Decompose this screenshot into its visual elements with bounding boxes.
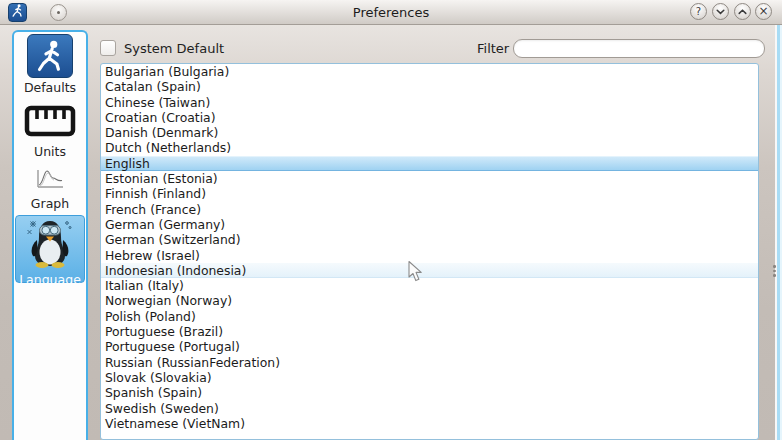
ruler-icon — [24, 104, 76, 142]
sidebar-item-units[interactable]: Units — [15, 104, 85, 159]
sidebar-item-language[interactable]: Language — [15, 215, 85, 283]
graph-icon — [34, 166, 66, 194]
sidebar-item-graph[interactable]: Graph — [15, 166, 85, 211]
window-edge-strip — [775, 25, 782, 440]
language-row[interactable]: Estonian (Estonia) — [101, 171, 758, 186]
titlebar[interactable]: Preferences ? × — [0, 0, 782, 25]
chevron-down-icon — [716, 4, 725, 19]
splitter-grip-icon[interactable] — [773, 265, 776, 277]
language-row[interactable]: Finnish (Finland) — [101, 186, 758, 201]
language-row[interactable]: Chinese (Taiwan) — [101, 95, 758, 110]
sidebar-item-defaults[interactable]: Defaults — [15, 34, 85, 95]
language-row[interactable]: Catalan (Spain) — [101, 79, 758, 94]
language-row[interactable]: Slovak (Slovakia) — [101, 370, 758, 385]
language-row[interactable]: French (France) — [101, 202, 758, 217]
preferences-window: Preferences ? × Defaults — [0, 0, 782, 440]
language-row[interactable]: Portuguese (Brazil) — [101, 324, 758, 339]
language-row[interactable]: Indonesian (Indonesia) — [101, 263, 758, 278]
language-row[interactable]: Swedish (Sweden) — [101, 401, 758, 416]
language-row[interactable]: Polish (Poland) — [101, 309, 758, 324]
question-icon: ? — [696, 4, 701, 19]
language-row[interactable]: Norwegian (Norway) — [101, 293, 758, 308]
penguin-icon — [25, 216, 75, 272]
language-row[interactable]: Hebrew (Israel) — [101, 248, 758, 263]
filter-label: Filter — [477, 41, 509, 56]
language-row[interactable]: English — [101, 156, 758, 171]
language-row[interactable]: Vietnamese (VietNam) — [101, 416, 758, 431]
language-row[interactable]: Danish (Denmark) — [101, 125, 758, 140]
close-button[interactable]: × — [755, 3, 772, 20]
sidebar-item-label: Defaults — [24, 80, 76, 95]
sidebar-item-label: Graph — [31, 196, 69, 211]
language-row[interactable]: German (Germany) — [101, 217, 758, 232]
close-icon: × — [758, 4, 768, 19]
language-row[interactable]: Portuguese (Portugal) — [101, 339, 758, 354]
hiker-icon — [27, 34, 73, 78]
language-row[interactable]: Spanish (Spain) — [101, 385, 758, 400]
sidebar-item-label: Units — [34, 144, 66, 159]
sidebar: Defaults Units Graph — [12, 30, 88, 440]
window-title: Preferences — [0, 0, 782, 25]
language-row[interactable]: German (Switzerland) — [101, 232, 758, 247]
shade-down-button[interactable] — [712, 3, 729, 20]
help-button[interactable]: ? — [690, 3, 707, 20]
language-row[interactable]: Bulgarian (Bulgaria) — [101, 64, 758, 79]
filter-input[interactable] — [513, 39, 765, 58]
language-row[interactable]: Dutch (Netherlands) — [101, 140, 758, 155]
language-row[interactable]: Croatian (Croatia) — [101, 110, 758, 125]
language-row[interactable]: Italian (Italy) — [101, 278, 758, 293]
language-row[interactable]: Russian (RussianFederation) — [101, 355, 758, 370]
system-default-label: System Default — [124, 41, 224, 56]
sidebar-item-label: Language — [19, 272, 81, 287]
language-list: Bulgarian (Bulgaria)Catalan (Spain)Chine… — [100, 63, 759, 440]
shade-up-button[interactable] — [734, 3, 751, 20]
chevron-up-icon — [738, 4, 747, 19]
system-default-checkbox[interactable] — [100, 40, 116, 56]
